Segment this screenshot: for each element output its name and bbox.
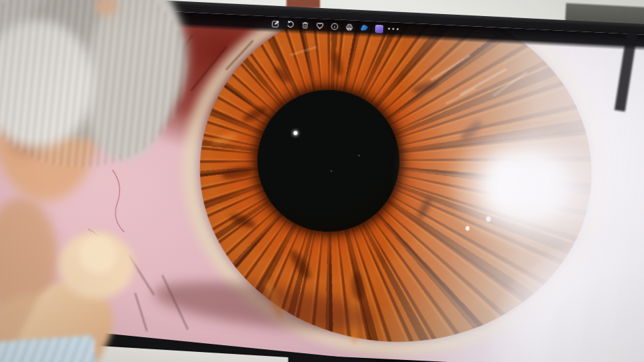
toolbar-icon-row: ••• — [271, 19, 398, 34]
file-info-icon[interactable] — [330, 22, 339, 32]
edit-image-icon[interactable] — [271, 19, 280, 29]
see-more-dots: ••• — [387, 25, 400, 34]
onedrive-icon[interactable] — [360, 23, 369, 33]
knuckle-highlight — [79, 236, 117, 274]
app-tile-icon[interactable] — [374, 24, 384, 34]
see-more-icon[interactable]: ••• — [389, 25, 398, 34]
print-icon[interactable] — [345, 23, 354, 32]
delete-icon[interactable] — [301, 21, 310, 30]
scene: ••• — [0, 0, 644, 362]
rotate-icon[interactable] — [286, 20, 295, 29]
favorite-icon[interactable] — [315, 21, 325, 31]
